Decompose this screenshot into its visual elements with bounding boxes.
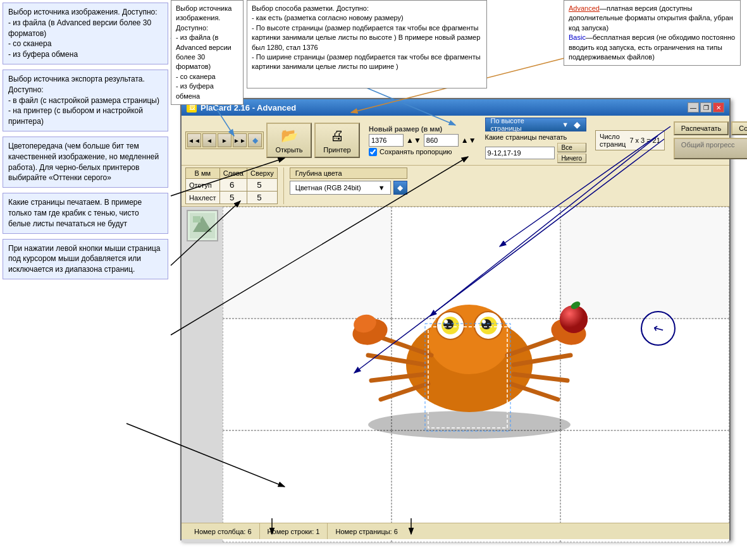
depth-dropdown-arrow-icon: ▼ bbox=[378, 184, 385, 192]
open-icon: 📂 bbox=[281, 128, 298, 144]
svg-point-19 bbox=[368, 411, 571, 439]
all-none-buttons: Все Ничего bbox=[557, 143, 587, 163]
layout-dropdown[interactable]: По высоте страницы ▼ ◆ bbox=[485, 118, 587, 131]
close-button[interactable]: ✕ bbox=[713, 102, 724, 113]
depth-section: Глубина цвета Цветная (RGB 24bit) ▼ ◆ bbox=[290, 167, 407, 195]
indent-top[interactable] bbox=[250, 180, 268, 190]
width-input[interactable] bbox=[369, 134, 404, 147]
right-buttons: Распечатать Сохранить Общий прогресс Соз… bbox=[674, 121, 747, 159]
progress-row: Общий прогресс Создание фрагментс bbox=[674, 138, 747, 159]
pages-total: 21 bbox=[653, 137, 660, 144]
pages-y: 3 bbox=[641, 137, 645, 144]
keep-ratio-checkbox[interactable] bbox=[369, 148, 377, 156]
annotation-top-center: Выбор способа разметки. Доступно: - как … bbox=[247, 0, 487, 88]
size-section: Новый размер (в мм) ▲▼ ▲▼ Сохранять проп… bbox=[369, 125, 476, 156]
all-button[interactable]: Все bbox=[557, 143, 587, 152]
diamond-icon: ◆ bbox=[574, 119, 581, 130]
print-button[interactable]: Распечатать bbox=[674, 121, 729, 135]
info-box-color: Цветопередача (чем больше бит тем качест… bbox=[3, 137, 168, 188]
title-bar-controls[interactable]: — ❐ ✕ bbox=[688, 102, 724, 113]
column-status: Номер столбца: 6 bbox=[187, 523, 260, 539]
depth-dropdown-row: Цветная (RGB 24bit) ▼ ◆ bbox=[290, 181, 407, 195]
divider5 bbox=[283, 167, 284, 204]
row-status: Номер строки: 1 bbox=[260, 523, 328, 539]
annotation-top-left: Выбор источника изображения. Доступно: -… bbox=[171, 0, 244, 105]
app-window: 🖼 PlaCard 2.16 - Advanced — ❐ ✕ ◄◄ ◄ ► ►… bbox=[180, 98, 731, 540]
left-panel: Выбор источника изображения. Доступно: -… bbox=[0, 0, 171, 560]
depth-info-icon[interactable]: ◆ bbox=[393, 181, 407, 195]
crab-image bbox=[327, 245, 612, 441]
pages-input[interactable] bbox=[485, 147, 555, 159]
layout-section: По высоте страницы ▼ ◆ Какие страницы пе… bbox=[485, 118, 587, 163]
depth-dropdown[interactable]: Цветная (RGB 24bit) ▼ bbox=[290, 181, 391, 195]
title-bar: 🖼 PlaCard 2.16 - Advanced — ❐ ✕ bbox=[182, 99, 729, 116]
thumbnail bbox=[187, 210, 218, 241]
none-button[interactable]: Ничего bbox=[557, 154, 587, 163]
info-box-source: Выбор источника изображения. Доступно: -… bbox=[3, 3, 168, 64]
svg-point-29 bbox=[482, 320, 486, 324]
status-bar: Номер столбца: 6 Номер строки: 1 Номер с… bbox=[182, 523, 729, 539]
basic-label: Basic bbox=[569, 33, 586, 41]
overlap-top[interactable] bbox=[250, 193, 268, 202]
printer-icon: 🖨 bbox=[330, 128, 344, 144]
nav-controls[interactable]: ◄◄ ◄ ► ►► ◆ bbox=[185, 131, 264, 149]
annotation-top-right: Advanced—платная версия (доступны дополн… bbox=[564, 0, 741, 66]
keep-ratio-row: Сохранять пропорцию bbox=[369, 148, 476, 156]
printer-button[interactable]: 🖨 Принтер bbox=[314, 123, 360, 158]
dropdown-arrow-icon: ▼ bbox=[562, 121, 569, 128]
height-input[interactable] bbox=[424, 134, 459, 147]
progress-button[interactable]: Общий прогресс bbox=[674, 138, 747, 159]
table-row: Отступ bbox=[186, 179, 278, 192]
info-box-click: При нажатии левой кнопки мыши страница п… bbox=[3, 239, 168, 279]
depth-label: Глубина цвета bbox=[290, 167, 407, 179]
info-box-export: Выбор источника экспорта результата. Дос… bbox=[3, 70, 168, 131]
canvas-area[interactable]: ↖ bbox=[182, 207, 729, 542]
nav-first[interactable]: ◄◄ bbox=[187, 133, 201, 147]
advanced-label: Advanced bbox=[569, 4, 600, 12]
cursor-arrow-icon: ↖ bbox=[650, 319, 667, 338]
minimize-button[interactable]: — bbox=[688, 102, 699, 113]
print-save-row: Распечатать Сохранить bbox=[674, 121, 747, 135]
save-button[interactable]: Сохранить bbox=[731, 121, 747, 135]
svg-rect-18 bbox=[193, 216, 201, 222]
overlap-left[interactable] bbox=[223, 193, 241, 202]
main-buttons: 📂 Открыть 🖨 Принтер bbox=[266, 123, 360, 158]
size-label: Новый размер (в мм) bbox=[369, 125, 476, 133]
nav-next[interactable]: ► bbox=[218, 133, 232, 147]
page-status: Номер страницы: 6 bbox=[328, 523, 405, 539]
pages-count: Число страниц 7 x 3 = 21 bbox=[595, 130, 665, 150]
pages-controls: Все Ничего bbox=[485, 143, 587, 163]
toolbar-row2: В мм Слева Сверху Отступ Нахлест Глубина… bbox=[182, 166, 729, 207]
maximize-button[interactable]: ❐ bbox=[700, 102, 712, 113]
open-button[interactable]: 📂 Открыть bbox=[266, 123, 312, 158]
indent-left[interactable] bbox=[223, 180, 241, 190]
table-row: Нахлест bbox=[186, 192, 278, 204]
pages-label: Какие страницы печатать bbox=[485, 133, 587, 141]
info-box-pages: Какие страницы печатаем. В примере тольк… bbox=[3, 193, 168, 233]
cursor-indicator: ↖ bbox=[641, 311, 676, 346]
size-inputs: ▲▼ ▲▼ bbox=[369, 134, 476, 147]
svg-point-25 bbox=[444, 320, 448, 324]
nav-last[interactable]: ►► bbox=[233, 133, 247, 147]
pages-x: 7 bbox=[629, 137, 633, 144]
margins-table: В мм Слева Сверху Отступ Нахлест bbox=[185, 167, 278, 204]
nav-prev[interactable]: ◄ bbox=[202, 133, 216, 147]
svg-point-42 bbox=[560, 305, 588, 333]
nav-diamond[interactable]: ◆ bbox=[248, 133, 262, 147]
toolbar-row1: ◄◄ ◄ ► ►► ◆ 📂 Открыть 🖨 Принтер Новый ра… bbox=[182, 116, 729, 166]
